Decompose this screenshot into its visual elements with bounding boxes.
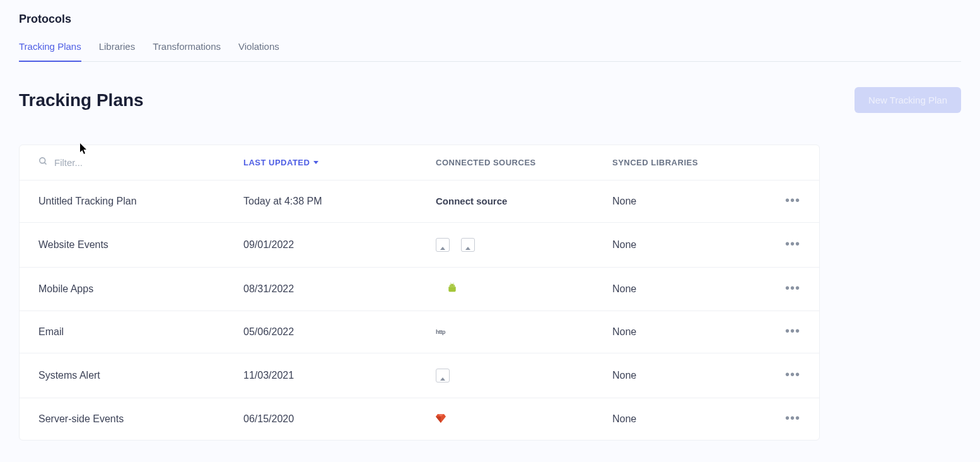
table-row[interactable]: Mobile Apps 08/31/2022 None ••• (20, 268, 819, 311)
plan-name: Email (38, 326, 243, 338)
plan-libraries: None (612, 283, 770, 295)
connected-sources-icons (436, 238, 612, 252)
connected-sources-icons (436, 369, 612, 382)
javascript-source-icon (461, 238, 475, 252)
table-row[interactable]: Website Events 09/01/2022 None ••• (20, 223, 819, 268)
svg-point-2 (450, 285, 451, 285)
javascript-source-icon (436, 369, 450, 382)
table-row[interactable]: Untitled Tracking Plan Today at 4:38 PM … (20, 181, 819, 223)
column-header-connected-sources[interactable]: CONNECTED SOURCES (436, 158, 612, 167)
page-title: Tracking Plans (19, 90, 144, 110)
plan-updated: 08/31/2022 (243, 283, 436, 295)
plan-updated: 11/03/2021 (243, 370, 436, 381)
connect-source-link[interactable]: Connect source (436, 196, 507, 206)
plan-libraries: None (612, 326, 770, 338)
tracking-plans-table: LAST UPDATED CONNECTED SOURCES SYNCED LI… (19, 145, 820, 441)
more-actions-button[interactable]: ••• (785, 324, 800, 338)
filter-input[interactable] (54, 157, 180, 168)
sort-caret-down-icon (313, 161, 318, 164)
table-row[interactable]: Email 05/06/2022 http None ••• (20, 311, 819, 353)
connected-sources-icons (436, 414, 612, 425)
plan-libraries: None (612, 413, 770, 425)
more-actions-button[interactable]: ••• (785, 193, 800, 207)
plan-libraries: None (612, 196, 770, 207)
plan-name: Systems Alert (38, 370, 243, 381)
tabs-nav: Tracking Plans Libraries Transformations… (19, 41, 961, 62)
svg-point-3 (453, 285, 453, 285)
search-icon (38, 157, 48, 169)
svg-line-1 (44, 162, 46, 164)
plan-name: Untitled Tracking Plan (38, 196, 243, 207)
column-header-synced-libraries[interactable]: SYNCED LIBRARIES (612, 158, 770, 167)
tab-violations[interactable]: Violations (238, 41, 279, 62)
column-header-last-updated-label: LAST UPDATED (243, 158, 310, 167)
tab-libraries[interactable]: Libraries (99, 41, 136, 62)
http-source-icon: http (436, 329, 445, 335)
plan-updated: 09/01/2022 (243, 239, 436, 251)
new-tracking-plan-button[interactable]: New Tracking Plan (855, 87, 961, 113)
android-source-icon (447, 283, 457, 295)
plan-name: Server-side Events (38, 413, 243, 425)
tab-transformations[interactable]: Transformations (153, 41, 221, 62)
plan-updated: Today at 4:38 PM (243, 196, 436, 207)
svg-marker-6 (436, 417, 441, 423)
javascript-source-icon (436, 238, 450, 252)
page-breadcrumb-title: Protocols (19, 13, 961, 26)
plan-updated: 06/15/2020 (243, 413, 436, 425)
plan-name: Website Events (38, 239, 243, 251)
connected-sources-icons: http (436, 329, 612, 335)
more-actions-button[interactable]: ••• (785, 281, 800, 295)
more-actions-button[interactable]: ••• (785, 367, 800, 381)
plan-updated: 05/06/2022 (243, 326, 436, 338)
connected-sources-icons (436, 283, 612, 295)
more-actions-button[interactable]: ••• (785, 237, 800, 251)
plan-libraries: None (612, 239, 770, 251)
svg-point-0 (40, 158, 45, 163)
more-actions-button[interactable]: ••• (785, 411, 800, 425)
table-row[interactable]: Systems Alert 11/03/2021 None ••• (20, 353, 819, 398)
table-row[interactable]: Server-side Events 06/15/2020 None ••• (20, 398, 819, 440)
column-header-last-updated[interactable]: LAST UPDATED (243, 158, 436, 167)
plan-libraries: None (612, 370, 770, 381)
plan-name: Mobile Apps (38, 283, 243, 295)
tab-tracking-plans[interactable]: Tracking Plans (19, 41, 81, 62)
ruby-source-icon (436, 414, 446, 425)
